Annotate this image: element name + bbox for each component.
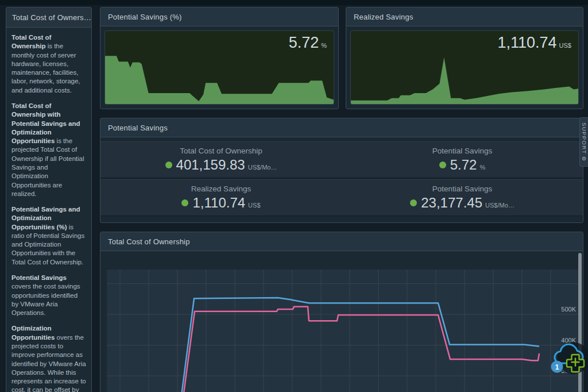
metrics-row: Realized Savings 1,110.74 US$ Potential …: [100, 179, 583, 216]
dashboard-page: Total Cost of Owners… Total Cost of Owne…: [0, 0, 588, 392]
potential-savings-widget: Potential Savings Total Cost of Ownershi…: [100, 118, 583, 223]
panel-title-text: Potential Savings: [108, 124, 168, 132]
potential-savings-pct-title: Potential Savings (%): [100, 7, 338, 26]
big-value-text: 5.72: [289, 34, 319, 51]
realized-savings-chart-box: 1,110.74US$: [350, 30, 579, 105]
metric-value-line: 5.72 %: [439, 157, 486, 173]
metric-value: 5.72: [450, 157, 477, 173]
big-value-unit: %: [321, 42, 327, 49]
top-edge-strip: [0, 0, 588, 5]
metric-potential-savings-amount: Potential Savings 23,177.45 US$/Mo…: [342, 180, 583, 216]
potential-savings-pct-value: 5.72%: [289, 34, 327, 52]
metric-value: 1,110.74: [192, 195, 245, 211]
metric-value: 23,177.45: [421, 195, 482, 211]
big-value-text: 1,110.74: [497, 34, 556, 51]
tco-line-chart: 500K400K300K: [107, 270, 579, 392]
metric-value-line: 401,159.83 US$/Mo…: [165, 157, 277, 173]
metric-unit: US$/Mo…: [248, 164, 277, 171]
tco-plot-area: 500K400K300K: [107, 270, 579, 392]
sidebar-description-text: Total Cost of Ownership is the monthly c…: [6, 28, 91, 392]
metric-value-line: 23,177.45 US$/Mo…: [410, 195, 514, 211]
tco-chart-widget: Total Cost of Ownership 500K400K300K: [100, 232, 583, 392]
potential-savings-widget-title: Potential Savings: [100, 118, 583, 137]
status-dot-icon: [410, 199, 417, 206]
sidebar-paragraph: Optimization Opportunities overs the pro…: [11, 324, 86, 392]
cloud-plus-icon: 1: [549, 339, 588, 382]
badge-count: 1: [555, 363, 559, 371]
potential-savings-pct-body: 5.72%: [100, 26, 338, 109]
metric-unit: %: [479, 164, 485, 171]
metric-realized-savings: Realized Savings 1,110.74 US$: [100, 180, 342, 216]
potential-savings-pct-chart-box: 5.72%: [105, 30, 334, 105]
support-tab[interactable]: SUPPORT ⚙: [579, 117, 588, 167]
sidebar-paragraph: Potential Savings covers the cost saving…: [11, 274, 86, 317]
metric-value-line: 1,110.74 US$: [181, 195, 260, 211]
big-value-unit: US$: [559, 42, 571, 49]
realized-savings-title: Realized Savings: [346, 7, 583, 26]
metric-label: Potential Savings: [432, 185, 492, 193]
realized-savings-widget: Realized Savings 1,110.74US$: [346, 7, 583, 109]
realized-savings-value: 1,110.74US$: [497, 34, 571, 52]
metric-unit: US$: [248, 202, 260, 209]
panel-title-text: Total Cost of Ownership: [108, 237, 190, 246]
realized-savings-body: 1,110.74US$: [346, 26, 583, 109]
sidebar-paragraph: Total Cost of Ownership with Potential S…: [11, 102, 86, 198]
metric-label: Total Cost of Ownership: [180, 147, 262, 155]
sidebar-text-widget: Total Cost of Owners… Total Cost of Owne…: [6, 7, 92, 392]
metrics-row: Total Cost of Ownership 401,159.83 US$/M…: [100, 141, 583, 178]
svg-text:500K: 500K: [561, 306, 576, 313]
cloud-assist-button[interactable]: 1: [549, 339, 588, 382]
help-icon: ⚙: [582, 156, 586, 162]
status-dot-icon: [439, 162, 446, 168]
sidebar-paragraph: Total Cost of Ownership is the monthly c…: [11, 33, 86, 95]
sidebar-title-text: Total Cost of Owners…: [12, 13, 91, 22]
metrics-grid: Total Cost of Ownership 401,159.83 US$/M…: [100, 137, 583, 222]
tco-chart-title: Total Cost of Ownership: [100, 232, 583, 251]
sidebar-widget-title: Total Cost of Owners…: [6, 7, 91, 28]
tco-chart-body: 500K400K300K: [100, 251, 583, 392]
support-tab-label: SUPPORT: [581, 122, 587, 155]
metric-value: 401,159.83: [176, 157, 245, 173]
metric-label: Realized Savings: [191, 185, 251, 193]
potential-savings-pct-widget: Potential Savings (%) 5.72%: [100, 7, 339, 109]
panel-title-text: Potential Savings (%): [108, 13, 181, 21]
metric-unit: US$/Mo…: [485, 202, 514, 209]
sidebar-paragraph: Potential Savings and Optimization Oppor…: [11, 205, 86, 267]
status-dot-icon: [181, 199, 188, 206]
status-dot-icon: [165, 162, 172, 168]
metric-label: Potential Savings: [432, 147, 492, 155]
panel-title-text: Realized Savings: [354, 13, 413, 21]
metric-total-cost-of-ownership: Total Cost of Ownership 401,159.83 US$/M…: [100, 142, 342, 178]
metric-potential-savings-pct: Potential Savings 5.72 %: [342, 142, 583, 178]
